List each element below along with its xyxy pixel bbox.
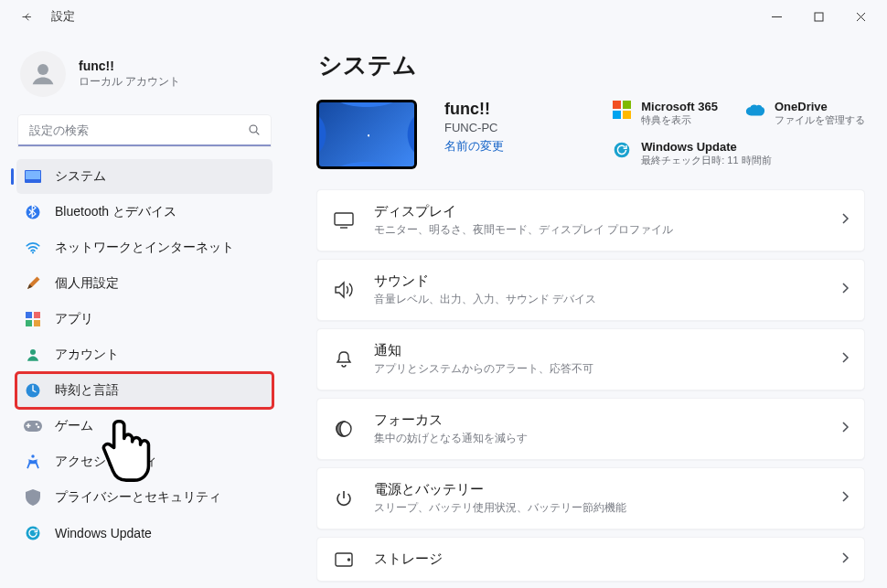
card-focus[interactable]: フォーカス集中の妨げとなる通知を減らす: [316, 398, 865, 460]
sidebar-item-label: Windows Update: [55, 526, 152, 540]
sidebar-item-timelang[interactable]: 時刻と言語: [16, 373, 273, 408]
tile-title: OneDrive: [775, 100, 865, 113]
card-title: ストレージ: [374, 551, 443, 568]
svg-point-2: [250, 125, 257, 133]
user-subtitle: ローカル アカウント: [79, 74, 180, 90]
wifi-icon: [24, 239, 42, 257]
page-title: システム: [318, 49, 865, 81]
svg-rect-0: [815, 13, 823, 21]
arrow-left-icon: [20, 10, 34, 24]
minimize-button[interactable]: [755, 0, 797, 33]
sidebar-item-bluetooth[interactable]: Bluetooth とデバイス: [16, 195, 273, 230]
sidebar-item-system[interactable]: システム: [16, 159, 273, 194]
main-content: システム func!! FUNC-PC 名前の変更 Microsoft 365特…: [283, 33, 887, 588]
sidebar-item-apps[interactable]: アプリ: [16, 302, 273, 337]
sound-icon: [332, 281, 356, 299]
card-display[interactable]: ディスプレイモニター、明るさ、夜間モード、ディスプレイ プロファイル: [316, 189, 865, 251]
card-subtitle: モニター、明るさ、夜間モード、ディスプレイ プロファイル: [374, 222, 673, 238]
avatar: [20, 51, 66, 97]
chevron-right-icon: [841, 421, 850, 437]
card-notifications[interactable]: 通知アプリとシステムからのアラート、応答不可: [316, 328, 865, 390]
svg-point-15: [37, 426, 40, 429]
brush-icon: [24, 274, 42, 293]
onedrive-icon: [745, 100, 765, 120]
svg-point-14: [36, 423, 38, 426]
sidebar-item-game[interactable]: ゲーム: [16, 409, 273, 444]
close-button[interactable]: [839, 0, 882, 33]
update-icon: [24, 524, 42, 542]
sidebar-item-network[interactable]: ネットワークとインターネット: [16, 230, 273, 265]
bell-icon: [332, 350, 356, 369]
card-subtitle: 集中の妨げとなる通知を減らす: [374, 431, 528, 446]
clock-globe-icon: [24, 381, 42, 400]
sidebar-item-accessibility[interactable]: アクセシビリティ: [16, 444, 273, 479]
svg-point-22: [348, 559, 350, 561]
sidebar-item-privacy[interactable]: プライバシーとセキュリティ: [16, 480, 273, 515]
update-icon: [612, 140, 632, 160]
card-title: フォーカス: [374, 412, 528, 429]
person-icon: [27, 59, 59, 90]
sidebar-item-label: 個人用設定: [55, 275, 119, 292]
card-title: ディスプレイ: [374, 203, 673, 220]
svg-rect-7: [26, 312, 32, 318]
svg-point-16: [31, 454, 34, 457]
sidebar-item-update[interactable]: Windows Update: [16, 516, 273, 551]
svg-point-17: [27, 527, 40, 540]
svg-rect-10: [34, 320, 40, 326]
card-subtitle: スリープ、バッテリ使用状況、バッテリー節約機能: [374, 500, 626, 516]
chevron-right-icon: [841, 551, 850, 568]
storage-icon: [332, 552, 356, 567]
card-subtitle: 音量レベル、出力、入力、サウンド デバイス: [374, 292, 596, 307]
svg-rect-4: [26, 171, 40, 179]
maximize-button[interactable]: [797, 0, 839, 33]
sidebar-item-label: プライバシーとセキュリティ: [55, 489, 221, 506]
card-title: 通知: [374, 342, 593, 359]
card-storage[interactable]: ストレージ: [316, 537, 865, 582]
sidebar-item-label: アクセシビリティ: [55, 454, 157, 470]
bluetooth-icon: [24, 203, 42, 221]
sidebar-item-label: システム: [55, 168, 106, 185]
svg-rect-8: [34, 312, 40, 318]
tile-subtitle: 最終チェック日時: 11 時間前: [641, 154, 771, 167]
sidebar-item-account[interactable]: アカウント: [16, 337, 273, 372]
accessibility-icon: [24, 453, 42, 471]
device-name: func!!: [444, 100, 504, 119]
card-power[interactable]: 電源とバッテリースリープ、バッテリ使用状況、バッテリー節約機能: [316, 467, 865, 529]
tile-subtitle: ファイルを管理する: [775, 113, 865, 127]
sidebar-item-label: ゲーム: [55, 418, 93, 434]
close-icon: [856, 12, 866, 22]
maximize-icon: [814, 12, 824, 22]
back-button[interactable]: [15, 5, 38, 28]
rename-link[interactable]: 名前の変更: [444, 138, 504, 155]
apps-icon: [24, 310, 42, 328]
svg-point-1: [37, 64, 48, 75]
search-input[interactable]: [18, 115, 271, 146]
sidebar-item-personal[interactable]: 個人用設定: [16, 266, 273, 301]
tile-onedrive[interactable]: OneDriveファイルを管理する: [745, 100, 865, 127]
tile-title: Windows Update: [641, 140, 771, 154]
card-title: 電源とバッテリー: [374, 481, 626, 498]
user-block[interactable]: func!! ローカル アカウント: [15, 40, 274, 113]
sidebar-item-label: アプリ: [55, 311, 93, 327]
sidebar-item-label: 時刻と言語: [55, 382, 119, 399]
device-thumbnail: [316, 100, 417, 169]
sidebar: func!! ローカル アカウント システム Bluetooth とデバイス ネ…: [0, 33, 283, 588]
chevron-right-icon: [841, 212, 850, 229]
tile-subtitle: 特典を表示: [641, 113, 718, 127]
chevron-right-icon: [841, 282, 850, 298]
account-icon: [24, 346, 42, 364]
tile-windows-update[interactable]: Windows Update最終チェック日時: 11 時間前: [612, 140, 865, 167]
tile-ms365[interactable]: Microsoft 365特典を表示: [612, 100, 718, 127]
display-icon: [332, 212, 356, 229]
svg-point-18: [614, 143, 630, 158]
focus-icon: [332, 420, 356, 438]
sidebar-item-label: ネットワークとインターネット: [55, 240, 234, 256]
window-title: 設定: [51, 8, 75, 25]
power-icon: [332, 489, 356, 508]
svg-point-6: [32, 251, 34, 253]
sidebar-item-label: Bluetooth とデバイス: [55, 204, 176, 220]
svg-rect-19: [335, 213, 353, 225]
chevron-right-icon: [841, 351, 850, 368]
shield-icon: [24, 488, 42, 507]
card-sound[interactable]: サウンド音量レベル、出力、入力、サウンド デバイス: [316, 259, 865, 321]
